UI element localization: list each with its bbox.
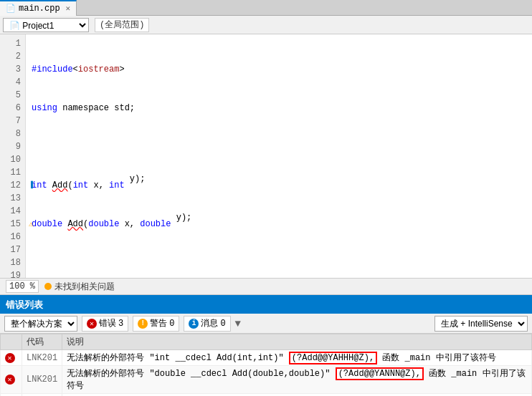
- toolbar-row: 📄 Project1 (全局范围): [0, 16, 532, 34]
- tab-close-button[interactable]: ✕: [66, 4, 71, 13]
- error-icon-1: ✕: [5, 353, 15, 363]
- zoom-level[interactable]: 100 %: [6, 280, 39, 293]
- error-row-3[interactable]: ✕ LNK112 2 个无法解析的外部命令: [1, 394, 532, 397]
- info-count: 0: [220, 319, 225, 329]
- error-table-header: 代码 说明: [1, 334, 532, 350]
- error-scope-select[interactable]: 整个解决方案: [4, 316, 77, 332]
- file-icon: 📄: [6, 4, 16, 13]
- error-toolbar: 整个解决方案 ✕ 错误 3 ! 警告 0 i 消息 0 ▼ 生成 + Intel…: [0, 314, 532, 334]
- error-badge-messages[interactable]: i 消息 0: [184, 316, 230, 332]
- code-line-2: using namespace std;: [32, 102, 526, 115]
- tab-label: main.cpp: [19, 4, 60, 14]
- code-line-5: ⚠ double Add(double x, double y);: [32, 218, 526, 231]
- scope-label: (全局范围): [95, 18, 149, 32]
- error-icon: ✕: [87, 319, 97, 329]
- warning-icon: !: [138, 319, 148, 329]
- code-editor[interactable]: #include<iostream> using namespace std; …: [26, 34, 532, 278]
- editor-area: 1 2 3 4 5 6 7 8 9 10 11 12 13 14 15 16 1…: [0, 34, 532, 278]
- error-icon-2: ✕: [5, 375, 15, 385]
- info-label: 消息: [201, 317, 218, 329]
- code-line-4: ▐ int Add(int x, int y);: [32, 179, 526, 192]
- line-numbers: 1 2 3 4 5 6 7 8 9 10 11 12 13 14 15 16 1…: [0, 34, 26, 278]
- error-row-2-icon: ✕: [1, 366, 22, 394]
- warning-count: 0: [169, 319, 174, 329]
- error-row-3-code: LNK112: [22, 394, 62, 397]
- code-line-3: [32, 140, 526, 153]
- col-icon: [1, 334, 22, 350]
- error-row-1-icon: ✕: [1, 350, 22, 366]
- error-row-2[interactable]: ✕ LNK201 无法解析的外部符号 "double __cdecl Add(d…: [1, 366, 532, 394]
- highlight-1: (?Add@@YAHHH@Z),: [289, 352, 377, 364]
- project-select[interactable]: 📄 Project1: [3, 18, 89, 32]
- error-row-1[interactable]: ✕ LNK201 无法解析的外部符号 "int __cdecl Add(int,…: [1, 350, 532, 366]
- build-select[interactable]: 生成 + IntelliSense: [434, 316, 528, 332]
- tab-bar: 📄 main.cpp ✕: [0, 0, 532, 16]
- highlight-2: (?Add@@YANNN@Z),: [336, 367, 424, 380]
- error-row-1-code: LNK201: [22, 350, 62, 366]
- col-code: 代码: [22, 334, 62, 350]
- status-message: 未找到相关问题: [44, 281, 115, 293]
- error-panel-header: 错误列表: [0, 296, 532, 314]
- error-badge-errors[interactable]: ✕ 错误 3: [82, 316, 128, 332]
- error-table: 代码 说明 ✕ LNK201 无法解析的外部符号 "int __cdecl Ad…: [0, 334, 532, 396]
- tab-main-cpp[interactable]: 📄 main.cpp ✕: [0, 0, 77, 16]
- warning-label: 警告: [150, 317, 167, 329]
- status-dot-icon: [44, 283, 52, 290]
- error-row-3-icon: ✕: [1, 394, 22, 397]
- status-bar: 100 % 未找到相关问题: [0, 278, 532, 295]
- error-label: 错误: [99, 317, 116, 329]
- code-line-1: #include<iostream>: [32, 63, 526, 76]
- error-row-2-desc: 无法解析的外部符号 "double __cdecl Add(double,dou…: [62, 366, 532, 394]
- error-row-2-code: LNK201: [22, 366, 62, 394]
- error-row-3-desc: 2 个无法解析的外部命令: [62, 394, 532, 397]
- filter-icon[interactable]: ▼: [235, 318, 241, 329]
- error-panel: 错误列表 整个解决方案 ✕ 错误 3 ! 警告 0 i 消息 0 ▼ 生成 + …: [0, 295, 532, 396]
- code-line-6: [32, 256, 526, 269]
- error-row-1-desc: 无法解析的外部符号 "int __cdecl Add(int,int)" (?A…: [62, 350, 532, 366]
- error-badge-warnings[interactable]: ! 警告 0: [133, 316, 179, 332]
- error-count: 3: [118, 319, 123, 329]
- col-desc: 说明: [62, 334, 532, 350]
- info-icon: i: [189, 319, 199, 329]
